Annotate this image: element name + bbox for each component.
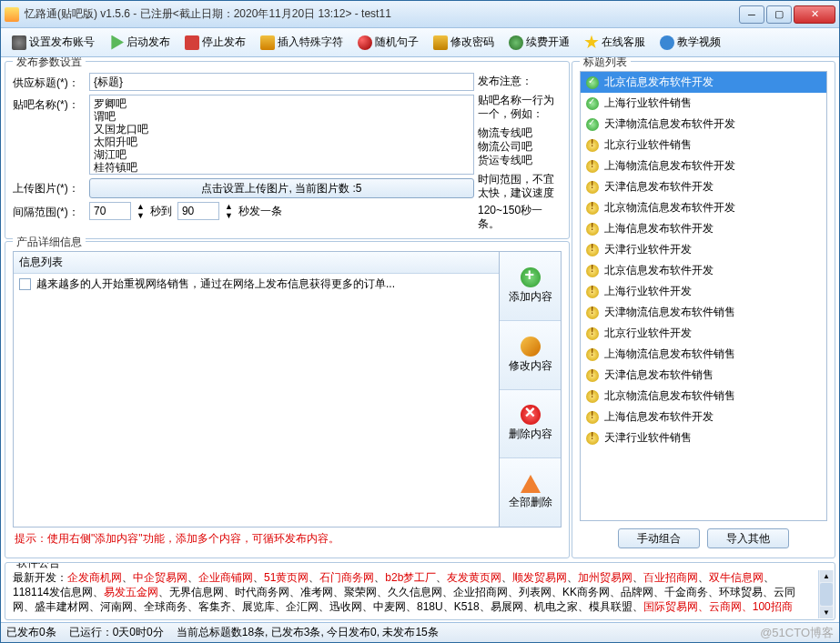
interval-min-input[interactable] — [89, 202, 131, 220]
title-list-row[interactable]: 北京物流信息发布软件开发 — [581, 197, 826, 218]
title-list-row[interactable]: 上海物流信息发布软件销售 — [581, 344, 826, 365]
side-buttons: 添加内容 修改内容 删除内容 全部删除 — [500, 251, 562, 527]
status-pending-icon — [586, 181, 599, 194]
title-list-row[interactable]: 北京信息发布软件开发 — [581, 72, 826, 93]
manual-combo-button[interactable]: 手动组合 — [618, 528, 700, 548]
maximize-button[interactable]: ▢ — [766, 5, 792, 24]
tieba-names-textarea[interactable]: 罗卿吧 谓吧 又国龙口吧 太阳升吧 湖江吧 桂符镇吧 修水古市吧 — [89, 95, 474, 175]
info-list-row[interactable]: 越来越多的人开始重视网络销售，通过在网络上发布信息获得更多的订单... — [14, 274, 499, 296]
globe-icon — [509, 35, 523, 50]
announce-scrollbar[interactable]: ▲ ▼ — [818, 570, 834, 618]
title-list-row[interactable]: 上海信息发布软件开发 — [581, 407, 826, 427]
status-pending-icon — [586, 348, 599, 361]
title-list-row[interactable]: 天津信息发布软件开发 — [581, 176, 826, 197]
delete-all-button[interactable]: 全部删除 — [500, 458, 561, 527]
title-list[interactable]: 北京信息发布软件开发上海行业软件销售天津物流信息发布软件开发北京行业软件销售上海… — [580, 71, 827, 521]
tutorial-button[interactable]: 教学视频 — [654, 32, 726, 53]
online-service-button[interactable]: 在线客服 — [579, 32, 651, 53]
detail-hint: 提示：使用右侧"添加内容"功能，添加多个内容，可循环发布内容。 — [13, 527, 562, 550]
set-account-button[interactable]: 设置发布账号 — [6, 32, 100, 53]
pwd-label: 修改密码 — [450, 35, 494, 50]
title-list-row[interactable]: 北京行业软件销售 — [581, 135, 826, 156]
add-label: 添加内容 — [509, 289, 552, 305]
title-list-group: 标题列表 北京信息发布软件开发上海行业软件销售天津物流信息发布软件开发北京行业软… — [572, 61, 835, 558]
status-ok-icon — [586, 76, 599, 89]
info-list-body[interactable]: 越来越多的人开始重视网络销售，通过在网络上发布信息获得更多的订单... — [14, 274, 499, 527]
scroll-down-icon[interactable]: ▼ — [820, 607, 833, 618]
upload-image-button[interactable]: 点击设置上传图片, 当前图片数 :5 — [89, 178, 474, 198]
star-icon — [584, 35, 599, 50]
status-pending-icon — [586, 160, 599, 173]
title-text: 北京信息发布软件开发 — [604, 75, 713, 90]
title-list-row[interactable]: 天津行业软件销售 — [581, 427, 826, 448]
title-text: 上海信息发布软件开发 — [604, 409, 713, 425]
edit-content-button[interactable]: 修改内容 — [500, 321, 561, 390]
random-sentence-button[interactable]: 随机句子 — [352, 32, 424, 53]
status-ok-icon — [586, 118, 599, 131]
interval-max-input[interactable] — [177, 202, 219, 220]
title-list-row[interactable]: 天津行业软件开发 — [581, 239, 826, 260]
close-button[interactable]: ✕ — [794, 5, 835, 24]
renew-label: 续费开通 — [526, 35, 570, 50]
title-text: 北京物流信息发布软件销售 — [604, 388, 735, 404]
title-list-row[interactable]: 上海信息发布软件开发 — [581, 218, 826, 239]
insert-char-button[interactable]: 插入特殊字符 — [255, 32, 349, 53]
stop-label: 停止发布 — [202, 35, 246, 50]
key-icon — [433, 35, 448, 50]
announcement-group: 软件公告 最新开发：企发商机网、中企贸易网、企业商铺网、51黄页网、石门商务网、… — [5, 562, 835, 620]
renew-button[interactable]: 续费开通 — [503, 32, 575, 53]
title-list-row[interactable]: 北京信息发布软件开发 — [581, 260, 826, 281]
info-list: 信息列表 越来越多的人开始重视网络销售，通过在网络上发布信息获得更多的订单... — [13, 251, 500, 527]
title-text: 天津信息发布软件销售 — [604, 367, 713, 383]
minimize-button[interactable]: ─ — [739, 5, 764, 24]
interval-unit1: 秒到 — [150, 204, 172, 219]
supply-title-label: 供应标题(*)： — [13, 73, 84, 91]
title-text: 天津行业软件销售 — [604, 430, 692, 446]
checkbox-icon[interactable] — [19, 278, 31, 290]
status-pending-icon — [586, 411, 599, 424]
title-list-row[interactable]: 北京物流信息发布软件销售 — [581, 386, 826, 407]
status-totals: 当前总标题数18条, 已发布3条, 今日发布0, 未发布15条 — [177, 625, 439, 640]
spinner-arrows[interactable]: ▲▼ — [137, 202, 145, 220]
start-publish-button[interactable]: 启动发布 — [104, 32, 176, 53]
delall-label: 全部删除 — [509, 495, 552, 510]
supply-title-input[interactable] — [89, 73, 474, 91]
status-pending-icon — [586, 432, 599, 445]
insert-label: 插入特殊字符 — [278, 35, 343, 50]
title-text: 天津信息发布软件开发 — [604, 179, 713, 195]
title-list-row[interactable]: 上海行业软件开发 — [581, 281, 826, 302]
title-text: 上海物流信息发布软件开发 — [604, 158, 735, 174]
title-text: 上海行业软件销售 — [604, 95, 692, 111]
title-list-row[interactable]: 天津物流信息发布软件销售 — [581, 302, 826, 323]
stop-publish-button[interactable]: 停止发布 — [179, 32, 251, 53]
delete-content-button[interactable]: 删除内容 — [500, 390, 561, 459]
announce-body: 最新开发：企发商机网、中企贸易网、企业商铺网、51黄页网、石门商务网、b2b梦工… — [13, 570, 827, 614]
status-ok-icon — [586, 97, 599, 110]
import-other-button[interactable]: 导入其他 — [707, 528, 789, 548]
toolbar: 设置发布账号 启动发布 停止发布 插入特殊字符 随机句子 修改密码 续费开通 在… — [1, 28, 839, 57]
title-list-row[interactable]: 上海行业软件销售 — [581, 93, 826, 114]
detail-group-title: 产品详细信息 — [13, 235, 86, 250]
title-text: 北京行业软件销售 — [604, 137, 692, 153]
scroll-thumb[interactable] — [820, 583, 833, 606]
status-pending-icon — [586, 286, 599, 298]
title-list-row[interactable]: 上海物流信息发布软件开发 — [581, 156, 826, 176]
params-group-title: 发布参数设置 — [13, 57, 86, 70]
add-content-button[interactable]: 添加内容 — [500, 252, 561, 321]
status-runtime: 已运行：0天0时0分 — [69, 625, 164, 640]
change-password-button[interactable]: 修改密码 — [428, 32, 500, 53]
main-area: 发布参数设置 供应标题(*)： 贴吧名称(*)： 罗卿吧 谓吧 又国龙口吧 太阳… — [1, 57, 839, 562]
spinner-arrows-2[interactable]: ▲▼ — [225, 202, 233, 220]
pencil-icon — [521, 337, 541, 357]
status-pending-icon — [586, 327, 599, 340]
title-list-row[interactable]: 天津物流信息发布软件开发 — [581, 114, 826, 135]
tutorial-label: 教学视频 — [677, 35, 721, 50]
note-2: 物流专线吧 物流公司吧 货运专线吧 — [478, 126, 562, 167]
title-list-row[interactable]: 天津信息发布软件销售 — [581, 365, 826, 386]
set-account-label: 设置发布账号 — [29, 35, 95, 50]
status-pending-icon — [586, 202, 599, 215]
start-label: 启动发布 — [127, 35, 170, 50]
title-text: 北京信息发布软件开发 — [604, 263, 713, 278]
scroll-up-icon[interactable]: ▲ — [820, 570, 833, 582]
title-list-row[interactable]: 北京行业软件开发 — [581, 323, 826, 344]
